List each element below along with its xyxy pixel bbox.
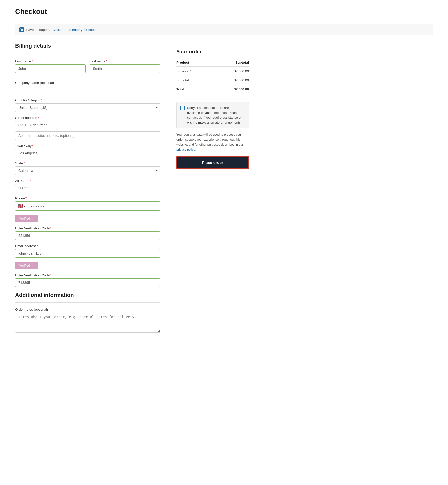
payment-notice: Sorry, it seems that there are no availa… xyxy=(176,102,249,128)
place-order-button[interactable]: Place order xyxy=(176,156,249,169)
street2-input[interactable] xyxy=(15,131,160,140)
additional-title: Additional information xyxy=(15,292,160,298)
email-verified-button[interactable]: Verified ✓ xyxy=(15,262,38,269)
additional-divider xyxy=(15,302,160,303)
verification-code-2-input[interactable] xyxy=(15,278,160,287)
last-name-label: Last name* xyxy=(90,59,160,63)
subtotal-row: Subtotal $7,000.00 xyxy=(176,76,249,85)
country-label: Country / Region* xyxy=(15,98,160,102)
last-name-input[interactable] xyxy=(90,64,160,73)
top-divider xyxy=(15,20,433,20)
country-select[interactable]: United States (US) xyxy=(15,103,160,112)
order-notes-input[interactable] xyxy=(15,313,160,333)
coupon-icon xyxy=(19,27,24,32)
order-notes-label: Order notes (optional) xyxy=(15,308,160,311)
phone-flag: 🇺🇸 • xyxy=(15,202,28,210)
billing-section: Billing details First name* Last name* C… xyxy=(15,43,160,337)
first-name-input[interactable] xyxy=(15,64,86,73)
order-item-price: $7,000.00 xyxy=(213,67,249,76)
notice-icon xyxy=(180,106,185,110)
state-select[interactable]: California xyxy=(15,166,160,175)
verification-code-1-group: Enter Verification Code* xyxy=(15,226,160,240)
first-name-group: First name* xyxy=(15,59,86,73)
email-group: Email address* xyxy=(15,244,160,258)
coupon-link[interactable]: Click here to enter your code xyxy=(52,28,96,32)
total-label: Total xyxy=(176,85,213,94)
street-label: Street address* xyxy=(15,116,160,120)
zip-input[interactable] xyxy=(15,184,160,192)
subtotal-value: $7,000.00 xyxy=(213,76,249,85)
subtotal-column-header: Subtotal xyxy=(213,59,249,67)
state-select-wrapper: California ▾ xyxy=(15,166,160,175)
order-summary: Your order Product Subtotal Shoes × 1 $7… xyxy=(170,43,255,175)
coupon-bar: Have a coupon? Click here to enter your … xyxy=(15,24,433,35)
state-group: State* California ▾ xyxy=(15,161,160,175)
first-name-label: First name* xyxy=(15,59,86,63)
state-label: State* xyxy=(15,161,160,165)
company-group: Company name (optional) xyxy=(15,81,160,94)
main-layout: Billing details First name* Last name* C… xyxy=(15,43,433,337)
product-column-header: Product xyxy=(176,59,213,67)
city-label: Town / City* xyxy=(15,144,160,148)
country-select-wrapper: United States (US) ▾ xyxy=(15,103,160,112)
billing-divider xyxy=(15,54,160,54)
name-row: First name* Last name* xyxy=(15,59,160,77)
total-row: Total $7,000.00 xyxy=(176,85,249,94)
phone-label: Phone* xyxy=(15,196,160,200)
phone-row: 🇺🇸 • xyxy=(15,201,160,211)
privacy-text: Your personal data will be used to proce… xyxy=(176,132,249,152)
verification-code-2-group: Enter Verification Code* xyxy=(15,273,160,287)
order-notes-group: Order notes (optional) xyxy=(15,308,160,333)
phone-input[interactable] xyxy=(28,202,160,210)
zip-group: ZIP Code* xyxy=(15,179,160,192)
city-input[interactable] xyxy=(15,149,160,157)
billing-title: Billing details xyxy=(15,43,160,49)
verification-code-1-input[interactable] xyxy=(15,231,160,240)
phone-verified-button[interactable]: Verified ✓ xyxy=(15,215,38,222)
verification-code-1-label: Enter Verification Code* xyxy=(15,226,160,230)
coupon-text: Have a coupon? xyxy=(26,28,50,32)
payment-notice-text: Sorry, it seems that there are no availa… xyxy=(187,105,245,125)
order-blue-divider xyxy=(176,98,249,98)
phone-group: Phone* 🇺🇸 • xyxy=(15,196,160,211)
street-input[interactable] xyxy=(15,121,160,129)
email-label: Email address* xyxy=(15,244,160,248)
last-name-group: Last name* xyxy=(90,59,160,73)
page-title: Checkout xyxy=(15,8,433,16)
total-value: $7,000.00 xyxy=(213,85,249,94)
city-group: Town / City* xyxy=(15,144,160,157)
order-item-row: Shoes × 1 $7,000.00 xyxy=(176,67,249,76)
company-input[interactable] xyxy=(15,86,160,94)
zip-label: ZIP Code* xyxy=(15,179,160,183)
order-summary-title: Your order xyxy=(176,49,249,55)
flag-icon: 🇺🇸 xyxy=(18,204,23,208)
company-label: Company name (optional) xyxy=(15,81,160,85)
subtotal-label: Subtotal xyxy=(176,76,213,85)
phone-separator: • xyxy=(24,204,25,208)
country-group: Country / Region* United States (US) ▾ xyxy=(15,98,160,112)
email-input[interactable] xyxy=(15,249,160,258)
order-item-name: Shoes × 1 xyxy=(176,67,213,76)
privacy-policy-link[interactable]: privacy policy. xyxy=(176,148,196,151)
verification-code-2-label: Enter Verification Code* xyxy=(15,273,160,277)
street-group: Street address* xyxy=(15,116,160,140)
order-table: Product Subtotal Shoes × 1 $7,000.00 Sub… xyxy=(176,59,249,94)
